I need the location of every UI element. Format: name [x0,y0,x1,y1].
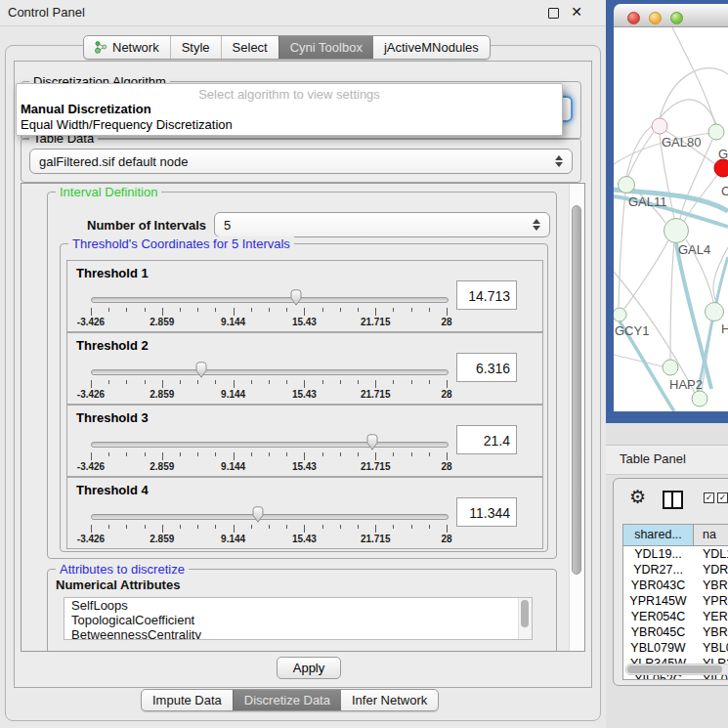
close-traffic-light-icon[interactable] [627,12,640,24]
apply-button[interactable]: Apply [277,657,341,679]
network-node[interactable] [663,360,678,375]
network-node[interactable] [664,219,689,243]
axis-tick [234,380,235,388]
cell-shared-name[interactable]: YBR045C [623,624,694,640]
slider-handle[interactable] [288,289,304,307]
cell-name[interactable]: YDR2 [694,562,728,578]
hscrollbar-thumb[interactable] [627,665,722,673]
cell-shared-name[interactable]: YDR27... [623,562,694,578]
table-rows: YDL19...YDL1YDR27...YDR2YBR043CYBR0YPR14… [623,546,728,680]
close-icon[interactable]: ✕ [571,4,582,20]
network-node[interactable] [614,308,626,321]
table-row[interactable]: YDR27...YDR2 [623,562,728,578]
network-node[interactable] [708,124,724,140]
threshold-panel: Threshold 1-3.4262.8599.14415.4321.71528… [66,260,543,332]
gear-icon[interactable]: ⚙ [629,488,646,507]
slider-track[interactable] [91,442,449,448]
cell-name[interactable]: YPR1 [694,593,728,609]
cell-shared-name[interactable]: YBL079W [623,640,694,656]
tab-discretize-data[interactable]: Discretize Data [233,690,341,710]
threshold-value-field[interactable]: 14.713 [456,280,517,310]
slider-track[interactable] [91,514,449,520]
cell-name[interactable]: YDL1 [694,546,728,562]
axis-tick-label: -3.426 [77,317,105,327]
axis-tick [91,308,92,316]
threshold-value-field[interactable]: 11.344 [456,497,517,527]
tab-jactivemnodules[interactable]: jActiveMNodules [373,36,490,59]
axis-tick [411,308,412,312]
tab-cyni-toolbox[interactable]: Cyni Toolbox [278,36,373,59]
table-row[interactable]: YPR145WYPR1 [623,593,728,609]
cell-name[interactable]: YBR0 [694,624,728,640]
axis-tick [215,525,216,529]
network-node[interactable] [706,303,724,321]
tab-label: Select [233,37,268,58]
cell-shared-name[interactable]: YPR145W [623,593,694,609]
num-intervals-spinner[interactable]: 5 [214,212,550,237]
network-node-label: GAL80 [662,135,701,150]
slider-handle[interactable] [364,434,380,451]
axis-tick [322,380,323,384]
table-hscrollbar[interactable] [625,664,728,675]
cell-shared-name[interactable]: YDL19... [623,546,694,562]
table-row[interactable]: YDL19...YDL1 [623,546,728,562]
cell-shared-name[interactable]: YER054C [623,609,694,624]
scrollbar-thumb[interactable] [572,205,581,575]
list-scrollbar[interactable] [518,598,532,639]
dropdown-option-equal-width[interactable]: Equal Width/Frequency Discretization [21,117,233,133]
axis-tick [162,452,163,460]
zoom-traffic-light-icon[interactable] [670,12,683,24]
slider-track[interactable] [91,369,449,375]
list-scrollbar-thumb[interactable] [521,600,529,627]
dropdown-option-manual[interactable]: Manual Discretization [21,102,151,117]
cell-shared-name[interactable]: YBR043C [623,578,694,593]
tab-select[interactable]: Select [221,36,278,59]
attributes-list[interactable]: SelfLoopsTopologicalCoefficientBetweenne… [64,597,533,640]
slider-track[interactable] [91,297,449,303]
cell-name[interactable]: YBL0 [694,640,728,656]
axis-tick [393,308,394,312]
table-row[interactable]: YBL079WYBL0 [623,640,728,656]
tab-network[interactable]: Network [84,36,170,59]
float-window-icon[interactable] [548,8,559,19]
column-layout-icon[interactable] [663,491,683,509]
table-row[interactable]: YBR043CYBR0 [623,578,728,593]
axis-tick [180,525,181,529]
tab-infer-network[interactable]: Infer Network [341,690,438,710]
spinner-arrows-icon[interactable] [533,219,540,231]
slider-handle[interactable] [250,506,266,524]
network-canvas[interactable]: GAL80GACGAL11GAL4GCY1HHAP2 [614,27,728,411]
table-row[interactable]: YER054CYER0 [623,609,728,624]
table-row[interactable]: YBR045CYBR0 [623,624,728,640]
network-node[interactable] [619,177,635,193]
attribute-list-item[interactable]: SelfLoops [64,598,532,613]
network-node[interactable] [652,118,667,134]
table-data-combobox[interactable]: galFiltered.sif default node [29,149,573,174]
attribute-list-item[interactable]: TopologicalCoefficient [64,613,532,627]
network-window-titlebar[interactable] [614,4,728,27]
attribute-list-item[interactable]: BetweennessCentrality [64,627,532,640]
axis-tick-label: 15.43 [292,389,317,400]
column-header-shared-name[interactable]: shared... [623,525,694,545]
tab-style[interactable]: Style [170,36,221,59]
tab-impute-data[interactable]: Impute Data [142,690,233,710]
axis-tick [447,525,448,533]
scrollpane-scrollbar[interactable] [569,184,584,651]
axis-tick [322,308,323,312]
slider-handle[interactable] [193,362,209,379]
cell-name[interactable]: YBR0 [694,578,728,593]
threshold-value-field[interactable]: 21.4 [456,425,517,454]
column-header-name[interactable]: na [694,525,728,545]
minimize-traffic-light-icon[interactable] [649,12,662,24]
axis-tick [108,452,109,456]
threshold-label: Threshold 4 [76,483,149,497]
checkbox-icon[interactable]: ✓ [704,492,714,503]
spinner-arrows-icon[interactable] [555,155,563,167]
network-node[interactable] [692,391,707,407]
cell-name[interactable]: YER0 [694,609,728,624]
tab-label: Cyni Toolbox [290,37,363,58]
threshold-value-field[interactable]: 6.316 [456,353,517,382]
checkbox-icon[interactable]: ✓ [717,492,728,503]
axis-tick-label: 15.43 [292,317,317,327]
network-node[interactable] [714,159,728,177]
